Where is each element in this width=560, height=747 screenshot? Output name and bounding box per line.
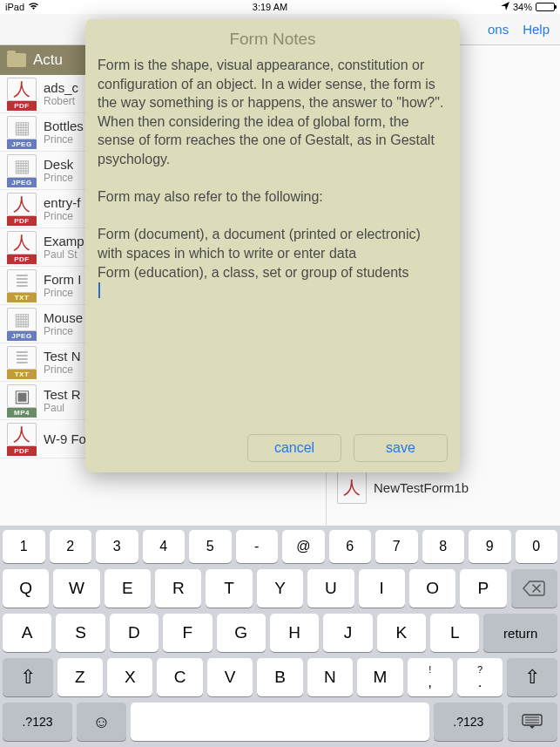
key-n[interactable]: N: [307, 658, 353, 696]
save-button[interactable]: save: [354, 434, 448, 462]
file-type-badge: PDF: [7, 255, 37, 264]
key-q[interactable]: Q: [3, 569, 49, 608]
key-7[interactable]: 7: [375, 530, 418, 563]
pdf-icon: 人: [13, 78, 30, 101]
battery-icon: [536, 3, 555, 11]
mode-key-left[interactable]: .?123: [3, 703, 72, 741]
key-c[interactable]: C: [157, 658, 202, 696]
key-0[interactable]: 0: [516, 530, 558, 563]
key-8[interactable]: 8: [422, 530, 465, 563]
battery-percent: 34%: [513, 2, 532, 12]
key-z[interactable]: Z: [57, 658, 103, 696]
key-b[interactable]: B: [257, 658, 302, 696]
key-5[interactable]: 5: [189, 530, 232, 563]
file-subtitle: Prince: [44, 287, 81, 299]
on-screen-keyboard: 12345-@67890 QWERTYUIOP ASDFGHJKLreturn …: [0, 526, 560, 747]
status-time: 3:19 AM: [39, 2, 501, 12]
file-name: Mouse: [44, 310, 83, 325]
file-subtitle: Robert: [44, 95, 78, 107]
key-e[interactable]: E: [105, 569, 151, 608]
nav-link-options[interactable]: ons: [488, 22, 509, 37]
key-s[interactable]: S: [56, 614, 105, 652]
space-key[interactable]: [131, 703, 429, 741]
text-cursor-icon: [98, 282, 100, 298]
file-type-badge: PDF: [7, 216, 37, 226]
key-comma[interactable]: !,: [408, 658, 453, 696]
key-g[interactable]: G: [217, 614, 266, 652]
key-y[interactable]: Y: [257, 569, 303, 608]
file-type-badge: PDF: [7, 101, 37, 111]
file-type-badge: TXT: [7, 370, 37, 379]
key-u[interactable]: U: [307, 569, 354, 608]
key-t[interactable]: T: [206, 569, 252, 608]
key-w[interactable]: W: [53, 569, 99, 608]
folder-title: Actu: [33, 51, 63, 69]
modal-title: Form Notes: [98, 30, 448, 49]
key-2[interactable]: 2: [50, 530, 92, 563]
key-j[interactable]: J: [323, 614, 372, 652]
key-o[interactable]: O: [409, 569, 455, 608]
file-name: Examp: [44, 234, 84, 248]
key-a[interactable]: A: [3, 614, 51, 652]
wifi-icon: [28, 2, 39, 12]
pdf-icon: 人: [13, 231, 30, 255]
key-6[interactable]: 6: [329, 530, 372, 563]
key-l[interactable]: L: [430, 614, 479, 652]
mode-key-right[interactable]: .?123: [434, 703, 503, 741]
nav-link-help[interactable]: Help: [523, 22, 550, 37]
key-v[interactable]: V: [207, 658, 253, 696]
key-r[interactable]: R: [155, 569, 201, 608]
key-1[interactable]: 1: [3, 530, 45, 563]
emoji-key[interactable]: ☺: [77, 703, 126, 741]
file-subtitle: Paul: [44, 402, 81, 414]
file-name: entry-f: [44, 195, 81, 210]
shift-key-right[interactable]: ⇧: [507, 658, 557, 696]
key-h[interactable]: H: [270, 614, 319, 652]
key-@[interactable]: @: [282, 530, 325, 563]
key-3[interactable]: 3: [96, 530, 138, 563]
file-type-badge: JPEG: [7, 331, 37, 341]
file-name: Desk: [44, 157, 73, 172]
dismiss-keyboard-key[interactable]: [508, 703, 557, 741]
file-subtitle: Prince: [44, 172, 73, 184]
file-type-badge: MP4: [7, 408, 37, 418]
file-name: ads_c: [44, 80, 78, 95]
key--[interactable]: -: [236, 530, 279, 563]
detail-file-name: NewTestForm1b: [374, 480, 469, 495]
form-notes-modal: Form Notes Form is the shape, visual app…: [85, 19, 460, 472]
pdf-icon: 人: [13, 193, 30, 216]
key-d[interactable]: D: [110, 614, 159, 652]
shift-key-left[interactable]: ⇧: [3, 658, 53, 696]
status-bar: iPad 3:19 AM 34%: [0, 0, 560, 14]
txt-icon: ≣: [15, 270, 30, 291]
file-subtitle: Paul St: [44, 248, 84, 261]
mp4-icon: ▣: [14, 385, 30, 406]
cancel-button[interactable]: cancel: [247, 434, 341, 462]
key-p[interactable]: P: [460, 569, 506, 608]
file-type-badge: JPEG: [7, 178, 37, 187]
pdf-icon: 人: [13, 423, 30, 446]
jpeg-icon: ▦: [14, 309, 30, 329]
file-name: Test N: [44, 349, 81, 363]
key-x[interactable]: X: [107, 658, 152, 696]
key-f[interactable]: F: [163, 614, 212, 652]
key-9[interactable]: 9: [469, 530, 511, 563]
key-m[interactable]: M: [357, 658, 402, 696]
file-type-badge: TXT: [7, 293, 37, 302]
key-i[interactable]: I: [359, 569, 405, 608]
location-icon: [501, 2, 509, 12]
file-subtitle: Prince: [44, 363, 81, 376]
folder-icon: [7, 53, 26, 67]
backspace-key[interactable]: [511, 569, 557, 608]
jpeg-icon: ▦: [14, 155, 30, 176]
return-key[interactable]: return: [483, 614, 557, 652]
key-period[interactable]: ?.: [457, 658, 503, 696]
file-type-badge: JPEG: [7, 139, 37, 149]
key-k[interactable]: K: [377, 614, 426, 652]
file-type-badge: PDF: [7, 446, 37, 456]
device-label: iPad: [5, 2, 24, 12]
file-subtitle: Prince: [44, 325, 83, 337]
modal-text-area[interactable]: Form is the shape, visual appearance, co…: [98, 56, 448, 427]
key-4[interactable]: 4: [143, 530, 186, 563]
txt-icon: ≣: [15, 347, 30, 368]
